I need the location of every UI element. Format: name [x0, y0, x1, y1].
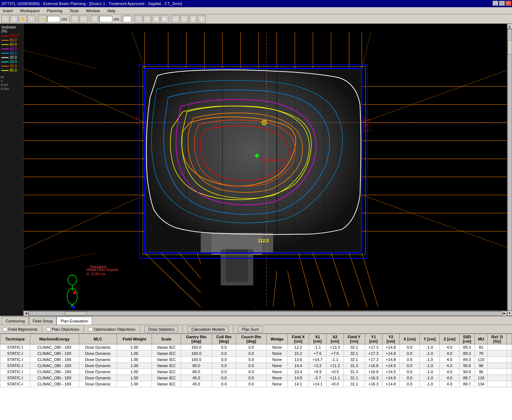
chk-plan-objectives-input[interactable]	[46, 327, 51, 331]
distance-input-1[interactable]: 2.0	[47, 16, 60, 22]
svg-line-23	[23, 68, 145, 123]
dose-button[interactable]: ⊗	[189, 15, 197, 23]
beam-tool-button[interactable]: ⊕	[143, 15, 151, 23]
table-cell: Dose Dynamic	[79, 344, 117, 351]
scroll-right-arrow[interactable]: ▶	[502, 311, 507, 316]
iso-item-20: 20.0	[1, 55, 22, 59]
table-cell: None	[266, 363, 288, 369]
data-table-container[interactable]: Technique Machine/Energy MLC Field Weigh…	[0, 334, 512, 420]
table-cell: +14.7	[309, 357, 326, 363]
menu-insert[interactable]: Insert	[1, 8, 14, 14]
table-cell: +14.8	[382, 381, 399, 387]
menu-help[interactable]: Help	[106, 8, 117, 14]
svg-line-58	[288, 271, 295, 307]
cine-button[interactable]: ▷▷	[172, 15, 180, 23]
table-cell: 98	[475, 363, 488, 369]
distance-unit-2: cm	[113, 17, 120, 21]
chk-optimization-objectives-input[interactable]	[88, 327, 93, 331]
btn-dose-statistics[interactable]: Dose Statistics	[144, 326, 179, 333]
svg-line-53	[145, 253, 201, 307]
col-field-weight: Field Weight	[117, 334, 152, 344]
menubar: Insert Workspace Planning Tools Window H…	[0, 7, 512, 14]
prev-button[interactable]: ◀	[152, 15, 160, 23]
table-cell: Dose Dynamic	[79, 357, 117, 363]
col-scale: Scale	[152, 334, 181, 344]
viewport-scrollbar-right[interactable]: ▲ ▼	[507, 24, 512, 316]
chk-optimization-objectives-label: Optimization Objectives	[94, 327, 135, 331]
btn-calculation-models[interactable]: Calculation Models	[187, 326, 229, 333]
minimize-button[interactable]: _	[493, 1, 498, 6]
table-cell: +17.3	[365, 344, 382, 351]
chk-plan-objectives[interactable]: Plan Objectives	[46, 327, 79, 331]
btn-plan-sum[interactable]: Plan Sum	[238, 326, 263, 333]
table-cell: +17.3	[365, 351, 382, 357]
table-cell: STATIC-I	[0, 375, 30, 381]
table-cell: +13.3	[326, 344, 343, 351]
table-cell: 0.0	[212, 381, 236, 387]
menu-window[interactable]: Window	[85, 8, 102, 14]
scroll-left-arrow[interactable]: ◀	[23, 311, 28, 316]
svg-text:Verification2: Verification2	[260, 158, 282, 162]
structure-button[interactable]: ◈	[198, 15, 206, 23]
table-cell: STATIC-I	[0, 381, 30, 387]
table-cell	[488, 369, 507, 375]
page-number-input[interactable]: 1	[123, 16, 131, 22]
table-cell: 0.0	[400, 351, 420, 357]
iso-button[interactable]: ◎	[180, 15, 188, 23]
chk-field-alignments[interactable]: Field Alignments	[3, 327, 37, 331]
rotate-button[interactable]: ↺	[71, 15, 79, 23]
menu-workspace[interactable]: Workspace	[19, 8, 41, 14]
flip-button[interactable]: ⟷	[80, 15, 87, 23]
table-cell: 4.0	[440, 363, 459, 369]
crosshair-button[interactable]: ⊕	[91, 15, 99, 23]
tab-plan-evaluation[interactable]: Plan Evaluation	[57, 317, 92, 325]
table-row[interactable]: STATIC-ICLINAC_OBI - 18XDose Dynamic1.00…	[0, 351, 512, 357]
table-cell: 80.0	[181, 363, 212, 369]
menu-tools[interactable]: Tools	[68, 8, 80, 14]
table-cell: -1.1	[326, 357, 343, 363]
table-row[interactable]: STATIC-ICLINAC_OBI - 18XDose Dynamic1.00…	[0, 381, 512, 387]
scroll-thumb[interactable]	[508, 40, 512, 54]
table-cell: STATIC-I	[0, 357, 30, 363]
table-row[interactable]: STATIC-ICLINAC_OBI - 18XDose Dynamic1.00…	[0, 375, 512, 381]
table-cell: 0.0	[212, 363, 236, 369]
scroll-h-thumb[interactable]	[65, 312, 86, 315]
table-cell: 31.3	[343, 369, 365, 375]
table-cell	[488, 344, 507, 351]
pan-button[interactable]: ✋	[19, 15, 27, 23]
table-cell: 160.0	[181, 351, 212, 357]
svg-line-54	[161, 253, 201, 293]
table-row[interactable]: STATIC-ICLINAC_OBI - 18XDose Dynamic1.00…	[0, 344, 512, 351]
close-button[interactable]: ×	[506, 1, 511, 6]
chk-field-alignments-input[interactable]	[3, 327, 7, 331]
table-row[interactable]: STATIC-ICLINAC_OBI - 18XDose Dynamic1.00…	[0, 357, 512, 363]
ruler-button[interactable]: 📏	[39, 15, 46, 23]
maximize-button[interactable]: □	[499, 1, 505, 6]
window-level-button[interactable]: ☀	[27, 15, 35, 23]
table-row[interactable]: STATIC-ICLINAC_OBI - 18XDose Dynamic1.00…	[0, 369, 512, 375]
distance-input-2[interactable]: 2.0	[99, 16, 112, 22]
table-cell: Dose Dynamic	[79, 381, 117, 387]
menu-planning[interactable]: Planning	[45, 8, 64, 14]
orientation-H: H	[253, 46, 257, 52]
table-cell: -3.7	[309, 375, 326, 381]
tab-contouring[interactable]: Contouring	[1, 317, 29, 325]
chk-optimization-objectives[interactable]: Optimization Objectives	[88, 327, 135, 331]
col-couch-rtn: Couch Rtn[deg]	[236, 334, 266, 344]
table-cell: 4.0	[440, 357, 459, 363]
scroll-down-arrow[interactable]: ▼	[507, 311, 512, 316]
table-cell	[488, 381, 507, 387]
viewport-scrollbar-bottom[interactable]: ◀ ▶	[23, 311, 507, 316]
scroll-up-arrow[interactable]: ▲	[507, 24, 512, 29]
select-tool-button[interactable]: ↖	[1, 15, 9, 23]
zoom-button[interactable]: ⊕	[10, 15, 18, 23]
table-cell: 0.0	[400, 344, 420, 351]
table-cell: Varian IEC	[152, 351, 181, 357]
next-button[interactable]: ▶	[161, 15, 169, 23]
titlebar-title: (97737), (420830066) - External Beam Pla…	[1, 1, 182, 6]
tab-field-setup[interactable]: Field Setup	[29, 317, 57, 325]
table-row[interactable]: STATIC-ICLINAC_OBI - 18XDose Dynamic1.00…	[0, 363, 512, 369]
col-y2: Y2[cm]	[382, 334, 399, 344]
pointer-tool-button[interactable]: ⊹	[135, 15, 143, 23]
ct-viewport[interactable]: H F P A 3D Dose MAX: 112.7 %	[23, 24, 512, 316]
